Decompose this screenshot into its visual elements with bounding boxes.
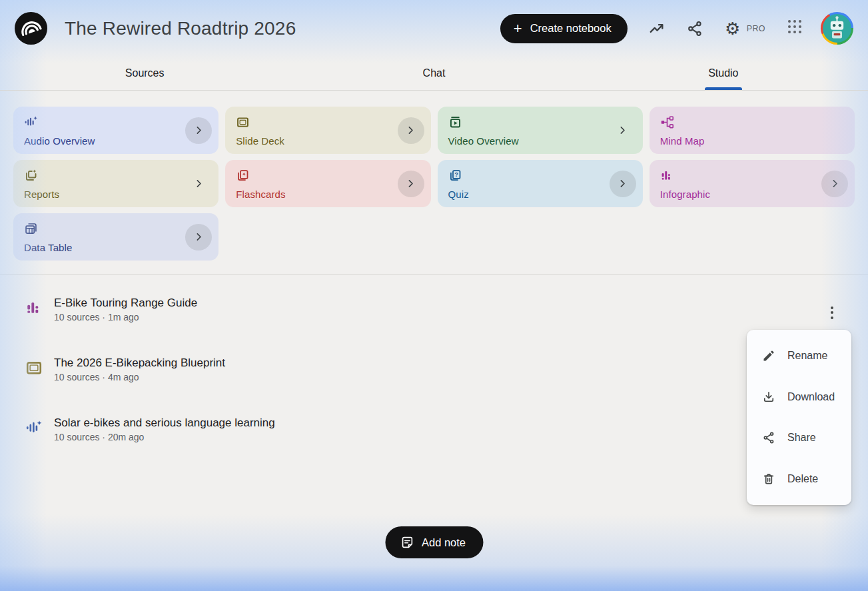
infographic-icon: [660, 169, 674, 183]
tool-card-slide-deck[interactable]: Slide Deck: [225, 107, 430, 154]
artifact-title: Solar e-bikes and serious language learn…: [54, 415, 275, 430]
quiz-icon: ?: [448, 169, 462, 183]
tool-card-video-overview[interactable]: Video Overview: [438, 107, 643, 154]
tool-card-flashcards[interactable]: Flashcards: [225, 160, 430, 207]
artifact-row-infographic[interactable]: E-Bike Touring Range Guide 10 sources · …: [0, 295, 733, 334]
slide-deck-icon: [236, 115, 250, 129]
artifact-meta: 10 sources · 4m ago: [54, 372, 225, 382]
trash-icon: [762, 472, 775, 486]
tab-sources[interactable]: Sources: [0, 57, 289, 90]
studio-tools-grid: Audio Overview Slide Deck Video Overview: [13, 107, 855, 261]
create-notebook-button[interactable]: + Create notebook: [500, 14, 628, 43]
pencil-icon: [762, 349, 775, 362]
app-header: The Rewired Roadtrip 2026 + Create noteb…: [0, 0, 868, 57]
menu-item-label: Rename: [787, 350, 827, 362]
chevron-right-icon[interactable]: [185, 117, 212, 144]
audio-waveform-icon: [24, 115, 38, 129]
tool-label: Mind Map: [660, 135, 844, 147]
share-icon: [762, 431, 775, 444]
apps-grid-icon[interactable]: [786, 20, 803, 37]
artifact-title: E-Bike Touring Range Guide: [54, 295, 197, 310]
artifact-row-audio[interactable]: Solar e-bikes and serious language learn…: [0, 415, 733, 454]
reports-icon: [24, 169, 38, 183]
chevron-right-icon[interactable]: [185, 171, 212, 197]
tool-card-mind-map[interactable]: Mind Map: [650, 107, 855, 154]
add-note-label: Add note: [422, 536, 466, 549]
pro-badge: PRO: [747, 24, 765, 33]
artifact-title: The 2026 E-Bikepacking Blueprint: [54, 355, 225, 370]
tool-card-audio-overview[interactable]: Audio Overview: [13, 107, 218, 154]
notebooklm-studio-page: The Rewired Roadtrip 2026 + Create noteb…: [0, 0, 868, 591]
tool-label: Infographic: [660, 189, 844, 200]
tool-label: Data Table: [24, 242, 208, 253]
slide-deck-icon: [25, 359, 43, 376]
chevron-right-icon[interactable]: [398, 117, 424, 144]
video-icon: [448, 115, 462, 129]
mind-map-icon: [660, 115, 674, 129]
menu-item-label: Delete: [787, 473, 818, 485]
tab-bar: Sources Chat Studio: [0, 57, 868, 91]
chevron-right-icon[interactable]: [610, 171, 636, 197]
menu-item-label: Share: [787, 432, 816, 444]
trending-up-icon[interactable]: [648, 20, 665, 37]
tool-label: Quiz: [448, 189, 632, 200]
avatar-robot-image: [823, 14, 851, 43]
gear-icon[interactable]: ⚙: [724, 20, 741, 37]
artifact-row-slide-deck[interactable]: The 2026 E-Bikepacking Blueprint 10 sour…: [0, 355, 733, 394]
tool-label: Flashcards: [236, 189, 420, 200]
chevron-right-icon[interactable]: [610, 117, 636, 144]
tab-studio[interactable]: Studio: [579, 57, 868, 90]
create-notebook-label: Create notebook: [530, 22, 612, 35]
share-icon[interactable]: [686, 20, 703, 37]
infographic-icon: [25, 299, 43, 316]
menu-item-share[interactable]: Share: [747, 419, 851, 456]
tool-card-data-table[interactable]: Data Table: [13, 213, 218, 261]
chevron-right-icon[interactable]: [185, 224, 212, 251]
artifact-meta: 10 sources · 1m ago: [54, 312, 197, 322]
tool-label: Slide Deck: [236, 135, 420, 147]
active-tab-underline: [705, 87, 742, 90]
tool-label: Audio Overview: [24, 135, 208, 147]
plus-icon: +: [514, 21, 522, 36]
chevron-right-icon[interactable]: [398, 171, 424, 197]
tool-card-reports[interactable]: Reports: [13, 160, 218, 207]
tab-chat[interactable]: Chat: [289, 57, 578, 90]
section-divider: [0, 275, 868, 275]
tool-card-infographic[interactable]: Infographic: [650, 160, 855, 207]
menu-item-download[interactable]: Download: [747, 378, 851, 416]
download-icon: [762, 390, 775, 404]
audio-waveform-icon: [25, 419, 43, 436]
more-options-icon[interactable]: [821, 302, 843, 323]
artifact-context-menu: Rename Download Share Delete: [747, 330, 851, 505]
menu-item-delete[interactable]: Delete: [747, 460, 851, 498]
data-table-icon: [24, 222, 38, 236]
tool-label: Video Overview: [448, 135, 632, 147]
notebook-title[interactable]: The Rewired Roadtrip 2026: [65, 18, 296, 39]
avatar[interactable]: [821, 12, 853, 45]
menu-item-label: Download: [787, 391, 835, 403]
artifact-meta: 10 sources · 20m ago: [54, 432, 275, 442]
svg-text:?: ?: [454, 171, 458, 178]
note-icon: [400, 535, 414, 550]
menu-item-rename[interactable]: Rename: [747, 337, 851, 374]
add-note-button[interactable]: Add note: [385, 526, 483, 558]
flashcards-icon: [236, 169, 250, 183]
tool-card-quiz[interactable]: ? Quiz: [438, 160, 643, 207]
notebooklm-logo-icon[interactable]: [15, 12, 47, 45]
chevron-right-icon[interactable]: [821, 171, 848, 197]
tool-label: Reports: [24, 189, 208, 200]
